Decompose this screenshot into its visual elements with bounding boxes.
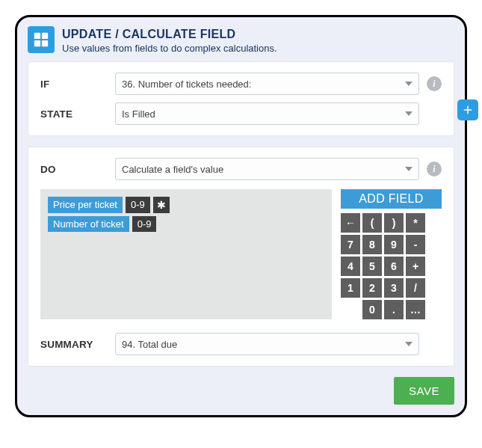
key-2[interactable]: 2 — [362, 278, 382, 298]
token-operator[interactable]: ✱ — [153, 197, 170, 213]
svg-rect-0 — [34, 33, 40, 39]
footer: SAVE — [28, 377, 454, 405]
add-condition-button[interactable] — [457, 99, 478, 120]
state-row: STATE Is Filled — [40, 102, 442, 125]
chevron-down-icon — [405, 82, 413, 86]
key-lparen[interactable]: ( — [362, 213, 382, 233]
chevron-down-icon — [405, 167, 413, 171]
svg-rect-2 — [34, 40, 40, 46]
summary-value: 94. Total due — [122, 339, 177, 350]
svg-rect-1 — [42, 33, 48, 39]
key-4[interactable]: 4 — [341, 257, 360, 276]
key-rparen[interactable]: ) — [384, 213, 404, 233]
if-row: IF 36. Number of tickets needed: i — [40, 73, 442, 95]
key-sub[interactable]: - — [406, 235, 425, 254]
key-more[interactable]: … — [406, 300, 425, 319]
dialog-shell: UPDATE / CALCULATE FIELD Use values from… — [15, 15, 467, 417]
if-value: 36. Number of tickets needed: — [122, 79, 251, 90]
calculator-icon — [28, 26, 55, 53]
key-3[interactable]: 3 — [384, 278, 404, 298]
key-6[interactable]: 6 — [384, 257, 404, 276]
token-row: Price per ticket 0-9 ✱ — [48, 197, 324, 213]
token-row: Number of ticket 0-9 — [48, 216, 324, 232]
info-icon[interactable]: i — [427, 162, 442, 177]
state-select[interactable]: Is Filled — [115, 102, 419, 125]
header-text: UPDATE / CALCULATE FIELD Use values from… — [62, 26, 277, 54]
token-type: 0-9 — [132, 216, 157, 232]
add-field-button[interactable]: ADD FIELD — [341, 189, 442, 209]
summary-select[interactable]: 94. Total due — [115, 333, 419, 355]
key-back[interactable]: ← — [341, 213, 360, 233]
chevron-down-icon — [405, 111, 413, 116]
state-value: Is Filled — [122, 108, 155, 120]
calc-area: Price per ticket 0-9 ✱ Number of ticket … — [40, 189, 442, 319]
key-9[interactable]: 9 — [384, 235, 404, 254]
condition-panel: IF 36. Number of tickets needed: i STATE… — [28, 61, 454, 136]
svg-rect-3 — [42, 40, 48, 46]
summary-label: SUMMARY — [40, 339, 115, 350]
key-8[interactable]: 8 — [362, 235, 382, 254]
key-0[interactable]: 0 — [362, 300, 382, 319]
token-field[interactable]: Price per ticket — [48, 197, 123, 213]
key-div[interactable]: / — [406, 278, 425, 298]
key-7[interactable]: 7 — [341, 235, 360, 254]
key-add[interactable]: + — [406, 257, 425, 276]
chevron-down-icon — [405, 342, 413, 346]
header-subtitle: Use values from fields to do complex cal… — [62, 43, 277, 54]
key-1[interactable]: 1 — [341, 278, 360, 298]
keypad: ← ( ) * 7 8 9 - 4 5 6 + 1 2 3 / — [341, 213, 425, 319]
if-select[interactable]: 36. Number of tickets needed: — [115, 73, 419, 95]
info-icon[interactable]: i — [427, 76, 442, 91]
token-type: 0-9 — [126, 197, 150, 213]
summary-row: SUMMARY 94. Total due — [40, 333, 442, 355]
save-button[interactable]: SAVE — [394, 377, 454, 405]
do-value: Calculate a field's value — [122, 164, 223, 175]
do-label: DO — [40, 164, 115, 175]
if-label: IF — [40, 79, 115, 90]
key-5[interactable]: 5 — [362, 257, 382, 276]
key-mul[interactable]: * — [406, 213, 425, 233]
do-row: DO Calculate a field's value i — [40, 158, 442, 180]
state-label: STATE — [40, 108, 115, 120]
key-empty — [341, 300, 360, 319]
calc-canvas[interactable]: Price per ticket 0-9 ✱ Number of ticket … — [40, 189, 332, 319]
token-field[interactable]: Number of ticket — [48, 216, 129, 232]
header-title: UPDATE / CALCULATE FIELD — [62, 28, 277, 41]
do-select[interactable]: Calculate a field's value — [115, 158, 419, 180]
calc-sidebar: ADD FIELD ← ( ) * 7 8 9 - 4 5 6 + 1 2 3 — [341, 189, 442, 319]
header: UPDATE / CALCULATE FIELD Use values from… — [28, 26, 454, 54]
key-dot[interactable]: . — [384, 300, 404, 319]
action-panel: DO Calculate a field's value i Price per… — [28, 147, 454, 366]
